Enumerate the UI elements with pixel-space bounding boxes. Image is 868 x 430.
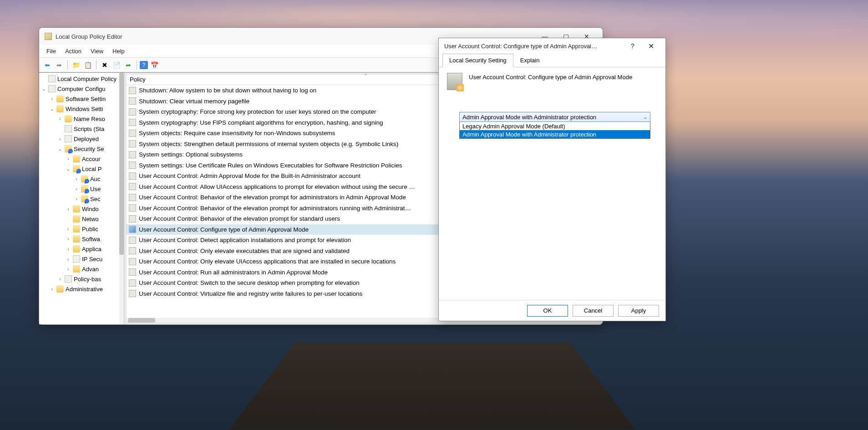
expand-closed-icon[interactable]: › — [66, 267, 71, 272]
tab-explain[interactable]: Explain — [513, 54, 547, 67]
expand-closed-icon[interactable]: › — [66, 157, 71, 162]
expand-closed-icon[interactable]: › — [66, 227, 71, 232]
expand-open-icon[interactable]: ⌄ — [66, 167, 71, 172]
dropdown-option[interactable]: Admin Approval Mode with Administrator p… — [460, 130, 650, 138]
expand-closed-icon[interactable]: › — [49, 287, 55, 292]
tree-scrollbar[interactable] — [119, 73, 124, 324]
folder-icon — [73, 205, 80, 212]
policy-label: System settings: Use Certificate Rules o… — [139, 162, 402, 169]
tree-node[interactable]: Netwo — [39, 214, 124, 224]
delete-icon[interactable]: ✖ — [99, 60, 110, 71]
separator — [96, 61, 96, 70]
tree-node[interactable]: ›Advan — [39, 264, 124, 274]
tree-node[interactable]: ›IP Secu — [39, 254, 124, 264]
tree-label: Windo — [82, 206, 99, 212]
tree-node[interactable]: ⌄Windows Setti — [39, 104, 124, 114]
filter-icon[interactable]: 📅 — [149, 60, 160, 71]
tree-node[interactable]: Local Computer Policy — [39, 74, 124, 84]
expand-closed-icon[interactable]: › — [66, 237, 71, 242]
tree-label: Applica — [82, 246, 102, 253]
shield-icon — [81, 195, 88, 202]
policy-server-icon — [447, 73, 462, 90]
tree-node[interactable]: ›Auc — [39, 174, 124, 184]
tree-node[interactable]: ›Policy-bas — [39, 274, 124, 284]
tree-node[interactable]: ›Administrative — [39, 284, 124, 294]
tree-node[interactable]: ›Deployed — [39, 134, 124, 144]
tree-label: Scripts (Sta — [74, 126, 104, 132]
tree-label: Softwa — [82, 236, 100, 243]
expand-closed-icon[interactable]: › — [74, 177, 79, 182]
tree-node[interactable]: ›Sec — [39, 194, 124, 204]
tree-node[interactable]: ⌄Computer Configu — [39, 84, 124, 94]
dialog-help-button[interactable]: ? — [624, 42, 642, 50]
dialog-tabs: Local Security Setting Explain — [439, 54, 665, 67]
expand-closed-icon[interactable]: › — [57, 116, 63, 121]
tree-node[interactable]: ›Software Settin — [39, 94, 124, 104]
expand-closed-icon[interactable]: › — [66, 257, 71, 262]
policy-properties-dialog: User Account Control: Configure type of … — [438, 38, 666, 321]
refresh-icon[interactable]: 📄 — [111, 60, 122, 71]
tree-label: Deployed — [74, 136, 99, 142]
tree-node[interactable]: ›Windo — [39, 204, 124, 214]
tree-label: Sec — [90, 196, 100, 202]
tree-label: IP Secu — [82, 256, 102, 263]
expand-closed-icon[interactable]: › — [57, 277, 63, 282]
expand-open-icon[interactable]: ⌄ — [49, 106, 55, 111]
tree-node[interactable]: ⌄Security Se — [39, 144, 124, 154]
tree-node[interactable]: ›Public — [39, 224, 124, 234]
apply-button[interactable]: Apply — [618, 305, 659, 317]
menu-file[interactable]: File — [42, 46, 61, 56]
tree-node[interactable]: ›Name Reso — [39, 114, 124, 124]
script-icon — [65, 125, 72, 132]
menu-help[interactable]: Help — [108, 46, 129, 56]
menu-action[interactable]: Action — [61, 46, 86, 56]
policy-label: User Account Control: Behavior of the el… — [139, 215, 340, 222]
tree-node[interactable]: ›Accour — [39, 154, 124, 164]
dropdown-option[interactable]: Legacy Admin Approval Mode (Default) — [460, 122, 650, 130]
dropdown-listbox[interactable]: Legacy Admin Approval Mode (Default)Admi… — [459, 122, 650, 139]
tree-label: Netwo — [82, 216, 99, 223]
tree-panel[interactable]: Local Computer Policy⌄Computer Configu›S… — [39, 73, 125, 324]
menu-view[interactable]: View — [86, 46, 108, 56]
policy-item-icon — [129, 215, 136, 223]
policy-label: User Account Control: Only elevate execu… — [139, 248, 350, 254]
folder-icon — [56, 95, 64, 102]
expand-open-icon[interactable]: ⌄ — [57, 147, 63, 152]
expand-open-icon[interactable]: ⌄ — [41, 86, 46, 91]
help-icon[interactable]: ? — [140, 61, 148, 69]
tree-label: Name Reso — [74, 116, 105, 122]
folder-icon — [73, 235, 80, 243]
tree-node[interactable]: ›Softwa — [39, 234, 124, 244]
expand-closed-icon[interactable]: › — [57, 137, 63, 142]
expand-closed-icon[interactable]: › — [74, 197, 79, 202]
admin-approval-mode-dropdown[interactable]: Admin Approval Mode with Administrator p… — [459, 112, 650, 122]
policy-label: User Account Control: Configure type of … — [139, 226, 309, 233]
ok-button[interactable]: OK — [527, 305, 568, 317]
expand-closed-icon[interactable]: › — [74, 187, 79, 192]
dialog-titlebar[interactable]: User Account Control: Configure type of … — [439, 38, 665, 54]
export-icon[interactable]: ➦ — [123, 60, 134, 71]
tree-node[interactable]: ›Applica — [39, 244, 124, 254]
ipsec-icon — [73, 255, 80, 263]
policy-item-icon — [129, 226, 136, 233]
forward-icon[interactable]: ➡ — [54, 60, 65, 71]
tree-node[interactable]: ›Use — [39, 184, 124, 194]
dialog-close-button[interactable]: ✕ — [642, 42, 660, 51]
expand-closed-icon[interactable]: › — [66, 207, 71, 212]
policy-label: Shutdown: Allow system to be shut down w… — [139, 87, 316, 94]
tree-label: Advan — [82, 266, 99, 273]
dropdown-selected-value: Admin Approval Mode with Administrator p… — [462, 114, 596, 121]
folder-icon — [73, 215, 80, 223]
expand-closed-icon[interactable]: › — [49, 96, 55, 101]
cancel-button[interactable]: Cancel — [573, 305, 614, 317]
tree-label: Accour — [82, 156, 100, 162]
back-icon[interactable]: ⬅ — [42, 60, 53, 71]
policy-label: Shutdown: Clear virtual memory pagefile — [139, 98, 249, 105]
tree-node[interactable]: Scripts (Sta — [39, 124, 124, 134]
up-folder-icon[interactable]: 📁 — [71, 60, 81, 71]
tree-node[interactable]: ⌄Local P — [39, 164, 124, 174]
tab-local-security-setting[interactable]: Local Security Setting — [442, 54, 513, 67]
policy-label: User Account Control: Detect application… — [139, 237, 351, 243]
expand-closed-icon[interactable]: › — [66, 247, 71, 252]
properties-icon[interactable]: 📋 — [82, 60, 93, 71]
